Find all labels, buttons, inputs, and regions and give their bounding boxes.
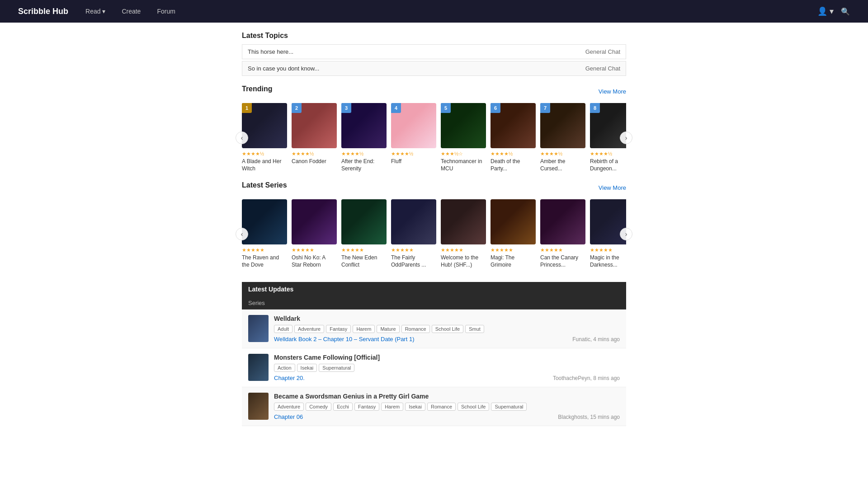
latest-updates-section: Latest Updates Series Welldark AdultAdve…: [242, 282, 626, 426]
update-title: Became a Swordsman Genius in a Pretty Gi…: [274, 393, 620, 400]
main-content: Latest Topics This horse here...General …: [242, 23, 626, 435]
update-chapter[interactable]: Chapter 06: [274, 413, 303, 420]
book-rank: 6: [491, 103, 500, 113]
tag[interactable]: Supernatural: [319, 364, 354, 372]
book-title: Oshi No Ko: A Star Reborn: [292, 254, 337, 268]
tag[interactable]: Harem: [353, 325, 375, 333]
trending-book-card[interactable]: 5 ★★★½☆ Technomancer in MCU: [441, 103, 486, 172]
series-book-card[interactable]: ★★★★★ The Raven and the Dove: [242, 199, 287, 268]
update-meta: ToothachePeyn, 8 mins ago: [553, 375, 620, 381]
trending-book-card[interactable]: 7 ★★★★½ Amber the Cursed...: [540, 103, 585, 172]
tag[interactable]: Smut: [465, 325, 484, 333]
update-info: Welldark AdultAdventureFantasyHaremMatur…: [274, 315, 620, 343]
trending-book-card[interactable]: 4 ★★★★½ Fluff: [391, 103, 436, 172]
tag[interactable]: Action: [274, 364, 295, 372]
trending-title: Trending: [242, 85, 273, 93]
update-meta: Funatic, 4 mins ago: [572, 336, 620, 343]
tag[interactable]: Ecchi: [333, 403, 353, 411]
book-stars: ★★★★½: [242, 151, 287, 157]
trending-book-card[interactable]: 6 ★★★★½ Death of the Party...: [491, 103, 536, 172]
update-chapter[interactable]: Welldark Book 2 – Chapter 10 – Servant D…: [274, 336, 414, 343]
topics-list: This horse here...General ChatSo in case…: [242, 44, 626, 76]
book-title: Technomancer in MCU: [441, 158, 486, 172]
tags: AdultAdventureFantasyHaremMatureRomanceS…: [274, 325, 620, 333]
nav-read[interactable]: Read ▾: [82, 6, 109, 17]
tag[interactable]: Comedy: [306, 403, 331, 411]
book-title: Can the Canary Princess...: [540, 254, 585, 268]
book-title: After the End: Serenity: [341, 158, 387, 172]
book-title: Rebirth of a Dungeon...: [590, 158, 626, 172]
series-carousel-wrapper: ‹ ★★★★★ The Raven and the Dove ★★★★★ Osh…: [242, 199, 626, 268]
nav-forum[interactable]: Forum: [153, 6, 179, 17]
latest-topics-title: Latest Topics: [242, 32, 626, 40]
book-stars: ★★★★½: [590, 151, 626, 157]
nav-create[interactable]: Create: [118, 6, 144, 17]
update-cover: [248, 315, 269, 342]
update-chapter[interactable]: Chapter 20.: [274, 375, 305, 381]
latest-series-header: Latest Series View More: [242, 181, 626, 194]
book-stars: ★★★★★: [242, 247, 287, 253]
book-title: The New Eden Conflict: [341, 254, 387, 268]
update-item: Monsters Came Following [Official] Actio…: [242, 348, 626, 387]
tag[interactable]: Adult: [274, 325, 292, 333]
tag[interactable]: School Life: [432, 325, 463, 333]
book-title: The Raven and the Dove: [242, 254, 287, 268]
book-stars: ★★★★★: [540, 247, 585, 253]
update-title: Monsters Came Following [Official]: [274, 354, 620, 361]
topic-row[interactable]: So in case you dont know...General Chat: [242, 61, 626, 76]
book-title: Death of the Party...: [491, 158, 536, 172]
series-book-card[interactable]: ★★★★★ Can the Canary Princess...: [540, 199, 585, 268]
tag[interactable]: Harem: [381, 403, 403, 411]
brand-logo[interactable]: Scribble Hub: [18, 7, 68, 16]
trending-section: Trending View More ‹ 1 ★★★★½ A Blade and…: [242, 85, 626, 172]
trending-next-btn[interactable]: ›: [620, 131, 632, 144]
tag[interactable]: Mature: [377, 325, 399, 333]
navbar-right: 👤 ▾ 🔍: [817, 6, 850, 16]
series-prev-btn[interactable]: ‹: [236, 228, 248, 240]
book-stars: ★★★★★: [391, 247, 436, 253]
user-icon[interactable]: 👤 ▾: [817, 6, 834, 16]
book-stars: ★★★½☆: [441, 151, 486, 157]
search-icon[interactable]: 🔍: [841, 7, 850, 16]
book-rank: 8: [590, 103, 600, 113]
topic-row[interactable]: This horse here...General Chat: [242, 44, 626, 59]
tag[interactable]: Supernatural: [491, 403, 527, 411]
tag[interactable]: Adventure: [274, 403, 304, 411]
tag[interactable]: Fantasy: [326, 325, 351, 333]
book-rank: 7: [540, 103, 550, 113]
book-stars: ★★★★★: [292, 247, 337, 253]
tag[interactable]: School Life: [458, 403, 489, 411]
tag[interactable]: Fantasy: [354, 403, 379, 411]
series-label-row: Series: [242, 296, 626, 310]
trending-view-more[interactable]: View More: [599, 88, 626, 95]
update-footer: Chapter 20. ToothachePeyn, 8 mins ago: [274, 375, 620, 381]
update-footer: Welldark Book 2 – Chapter 10 – Servant D…: [274, 336, 620, 343]
latest-series-section: Latest Series View More ‹ ★★★★★ The Rave…: [242, 181, 626, 268]
trending-carousel-wrapper: ‹ 1 ★★★★½ A Blade and Her Witch 2 ★★★★½ …: [242, 103, 626, 172]
trending-book-card[interactable]: 3 ★★★★½ After the End: Serenity: [341, 103, 387, 172]
tag[interactable]: Adventure: [294, 325, 324, 333]
tag[interactable]: Romance: [427, 403, 456, 411]
book-rank: 5: [441, 103, 451, 113]
tag[interactable]: Isekai: [405, 403, 425, 411]
book-title: Fluff: [391, 158, 436, 165]
series-book-card[interactable]: ★★★★★ Magi: The Grimoire: [491, 199, 536, 268]
book-stars: ★★★★½: [292, 151, 337, 157]
tag[interactable]: Isekai: [297, 364, 317, 372]
series-book-card[interactable]: ★★★★★ The New Eden Conflict: [341, 199, 387, 268]
trending-book-card[interactable]: 2 ★★★★½ Canon Fodder: [292, 103, 337, 172]
latest-updates-title: Latest Updates: [242, 282, 626, 296]
series-next-btn[interactable]: ›: [620, 228, 632, 240]
trending-header: Trending View More: [242, 85, 626, 98]
trending-prev-btn[interactable]: ‹: [236, 131, 248, 144]
trending-book-card[interactable]: 1 ★★★★½ A Blade and Her Witch: [242, 103, 287, 172]
update-cover: [248, 393, 269, 420]
series-book-card[interactable]: ★★★★★ The Fairly OddParents ...: [391, 199, 436, 268]
tag[interactable]: Romance: [401, 325, 430, 333]
update-meta: Blackghosts, 15 mins ago: [558, 414, 620, 420]
book-title: Magic in the Darkness...: [590, 254, 626, 268]
series-view-more[interactable]: View More: [599, 184, 626, 191]
nav-links: Read ▾ Create Forum: [82, 6, 179, 17]
series-book-card[interactable]: ★★★★★ Oshi No Ko: A Star Reborn: [292, 199, 337, 268]
series-book-card[interactable]: ★★★★★ Welcome to the Hub! (SHF...): [441, 199, 486, 268]
